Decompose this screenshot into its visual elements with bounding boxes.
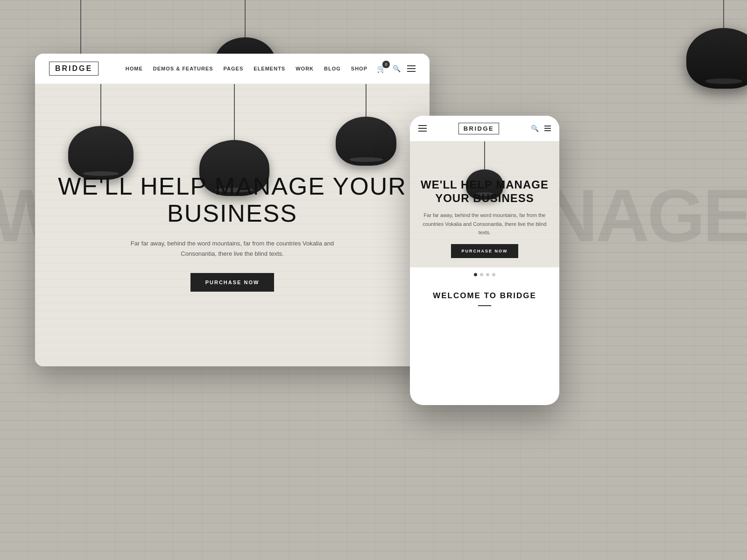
desktop-purchase-button[interactable]: PURCHASE NOW	[190, 273, 275, 292]
nav-item-blog[interactable]: BLOG	[324, 66, 341, 71]
nav-item-pages[interactable]: PAGES	[224, 66, 244, 71]
dot-2[interactable]	[480, 273, 483, 276]
desktop-mockup: BRIDGE HOME DEMOS & FEATURES PAGES ELEME…	[35, 54, 430, 366]
desktop-hero-content: WE'LL HELP MANAGE YOUR BUSINESS Far far …	[35, 173, 430, 292]
desktop-nav: HOME DEMOS & FEATURES PAGES ELEMENTS WOR…	[126, 66, 367, 71]
mobile-welcome-section: WELCOME TO BRIDGE	[410, 282, 559, 315]
desktop-header: BRIDGE HOME DEMOS & FEATURES PAGES ELEME…	[35, 54, 430, 84]
hamburger-menu-icon[interactable]	[407, 65, 416, 72]
search-icon[interactable]: 🔍	[393, 65, 401, 72]
mobile-hero-title: WE'LL HELP MANAGE YOUR BUSINESS	[419, 178, 550, 205]
desktop-logo: BRIDGE	[49, 62, 99, 76]
nav-item-home[interactable]: HOME	[126, 66, 143, 71]
mobile-logo: BRIDGE	[458, 123, 500, 134]
mobile-purchase-button[interactable]: PURCHASE NOW	[451, 244, 518, 258]
mobile-hero-subtitle: Far far away, behind the word mountains,…	[419, 211, 550, 237]
nav-item-shop[interactable]: SHOP	[351, 66, 367, 71]
cart-button[interactable]: 🛒 0	[377, 64, 386, 73]
mobile-nav-icons: 🔍	[531, 125, 551, 132]
desktop-hero: WE'LL HELP MANAGE YOUR BUSINESS Far far …	[35, 84, 430, 366]
mobile-hero-content: WE'LL HELP MANAGE YOUR BUSINESS Far far …	[410, 178, 559, 258]
mobile-welcome-divider	[478, 305, 491, 306]
cart-badge: 0	[382, 61, 390, 68]
desktop-lamp-3	[336, 84, 396, 166]
mobile-slider-dots	[410, 267, 559, 282]
dot-3[interactable]	[486, 273, 489, 276]
nav-item-work[interactable]: WORK	[296, 66, 314, 71]
dot-1[interactable]	[474, 273, 477, 276]
mobile-hamburger-icon[interactable]	[418, 125, 427, 132]
nav-item-demos[interactable]: DEMOS & FEATURES	[153, 66, 213, 71]
mobile-hero: WE'LL HELP MANAGE YOUR BUSINESS Far far …	[410, 141, 559, 267]
mobile-search-icon[interactable]: 🔍	[531, 125, 539, 132]
desktop-nav-icons: 🛒 0 🔍	[377, 64, 416, 73]
desktop-hero-title: WE'LL HELP MANAGE YOUR BUSINESS	[54, 173, 411, 226]
dot-4[interactable]	[492, 273, 495, 276]
mobile-welcome-title: WELCOME TO BRIDGE	[419, 291, 550, 301]
desktop-lamp-1	[68, 84, 134, 180]
nav-item-elements[interactable]: ELEMENTS	[254, 66, 285, 71]
bg-lamp-right-far	[686, 0, 747, 89]
mobile-lamp-cord	[484, 141, 485, 169]
desktop-hero-subtitle: Far far away, behind the word mountains,…	[116, 238, 349, 259]
mobile-mockup: BRIDGE 🔍 WE'LL HELP MANAGE YOUR BUSINESS…	[410, 116, 559, 405]
mobile-header: BRIDGE 🔍	[410, 116, 559, 141]
mobile-menu-icon[interactable]	[544, 126, 551, 131]
